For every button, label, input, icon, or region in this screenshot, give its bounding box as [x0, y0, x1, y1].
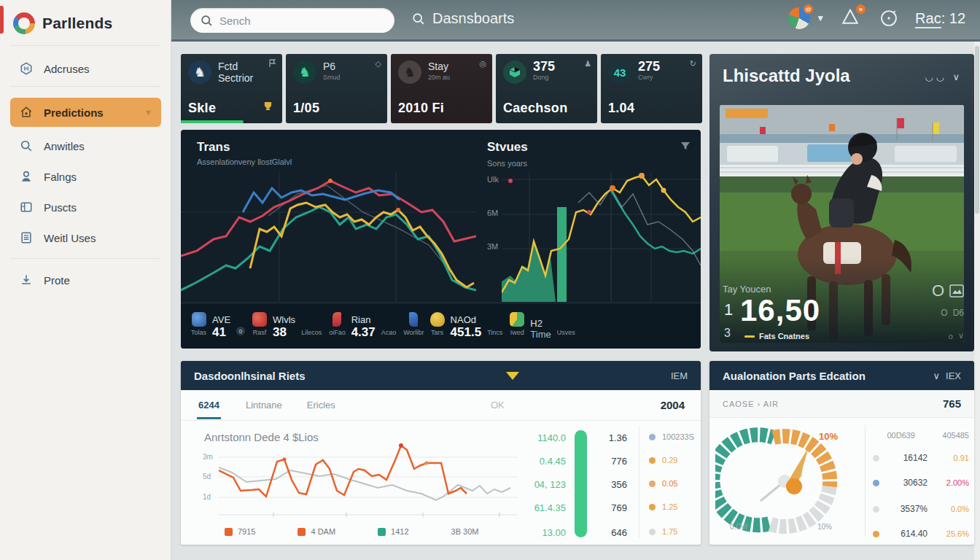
divider: [10, 86, 160, 87]
race-counter[interactable]: Rac: 12: [915, 10, 965, 27]
home-icon: [19, 105, 34, 120]
legend-item[interactable]: 4 DAM: [298, 527, 335, 536]
status-dot: [873, 506, 879, 513]
kpi-strip: Tolas AVE 41 0 Rasf Wlvls 38 Lilecos oiF…: [181, 303, 701, 349]
filter-icon[interactable]: [680, 140, 691, 153]
kpi-sublabel: Tincs: [487, 329, 502, 336]
sidebar-item-falngs[interactable]: Falngs: [10, 163, 161, 190]
dashboards-nav[interactable]: Dasnsboarts: [412, 10, 514, 27]
results-header-right: IEM: [671, 370, 688, 381]
status-dot: [649, 434, 656, 440]
horse-icon: ♞: [188, 61, 211, 84]
sidebar-item-weitl-uses[interactable]: Weitl Uses: [10, 225, 161, 251]
kpi-naod[interactable]: Worlibr Tars NAOd 451.5 Tincs: [403, 312, 502, 340]
stvues-chart-title: Stvues: [487, 140, 528, 155]
analysis-row[interactable]: 16142 0.91: [873, 453, 969, 463]
legend-swatch: [378, 528, 386, 536]
flag-icon[interactable]: [269, 59, 276, 69]
analysis-subheader: CAOSE › AIR 765: [709, 390, 974, 418]
dark-value: 1.36: [598, 432, 627, 443]
dropdown-triangle-icon[interactable]: [506, 372, 519, 380]
media-control-d6[interactable]: O D6: [941, 308, 964, 318]
results-panel-header[interactable]: Dasdoonlhsinal Riets IEM: [181, 361, 701, 390]
target-icon[interactable]: ◎: [479, 59, 486, 69]
search-input[interactable]: [219, 15, 365, 27]
sidebar-item-puscts[interactable]: Puscts: [10, 194, 161, 220]
user-icon: [19, 169, 34, 184]
sidebar-item-label: Prote: [44, 274, 70, 287]
side-label: D6: [953, 308, 964, 318]
dot-row: 1.25: [649, 502, 677, 511]
kpi-icon: [252, 312, 267, 327]
results-panel-title: Dasdoonlhsinal Riets: [194, 370, 306, 382]
legend-item[interactable]: 1412: [378, 527, 408, 536]
sidebar-item-predictions[interactable]: Predictions ▼: [10, 98, 161, 127]
search-box[interactable]: [190, 8, 394, 33]
diamond-icon[interactable]: ◇: [376, 59, 381, 69]
dot-value: 1.75: [662, 527, 677, 536]
refresh-icon[interactable]: ↻: [690, 59, 696, 69]
alerts-button[interactable]: ѳ: [841, 7, 863, 29]
chevron-down-icon[interactable]: ∨: [933, 370, 941, 381]
analysis-panel-header[interactable]: Aualonation Parts Edcation ∨IEX: [709, 361, 974, 390]
analysis-row[interactable]: 614.40 25.6%: [873, 529, 969, 539]
analysis-table-header: 00D639 405485: [873, 431, 969, 440]
stat-card-275[interactable]: 43 275 Cwry ↻ 1.04: [601, 54, 702, 123]
clock-icon[interactable]: [879, 8, 899, 28]
tab-lintnane[interactable]: Lintnane: [246, 400, 282, 411]
card-value: Skle: [188, 101, 216, 116]
hand-icon: ♞: [398, 61, 421, 84]
analysis-row[interactable]: 30632 2.00%: [873, 478, 969, 488]
sidebar-item-adcruses[interactable]: Adcruses: [10, 55, 161, 82]
kpi-icon: [430, 312, 445, 327]
divider: [10, 258, 160, 259]
cube-icon: [503, 61, 526, 84]
card-title: P6: [323, 61, 341, 72]
green-value: 1140.0: [515, 432, 566, 443]
analysis-panel-title: Aualonation Parts Edcation: [723, 370, 866, 382]
stat-card-p6[interactable]: ♞ P6 Smud ◇ 1/05: [286, 54, 387, 123]
tab-ericles[interactable]: Ericles: [307, 400, 335, 411]
pawn-icon[interactable]: ♟: [584, 59, 591, 69]
row-delta: 25.6%: [946, 529, 969, 538]
collapse-chevrons-icon[interactable]: ◡◡ ∨: [925, 71, 962, 82]
analysis-row[interactable]: 3537% 0.0%: [873, 504, 969, 514]
kpi-label: Iwed: [510, 329, 524, 336]
app-logo[interactable]: Parllends: [13, 12, 112, 34]
kpi-icon: [409, 312, 418, 327]
numeric-icon: 43: [608, 61, 631, 84]
gauge-top-label: 10%: [819, 431, 838, 442]
tab-ok[interactable]: OK: [491, 400, 505, 411]
race-counter-value: : 12: [941, 10, 965, 26]
card-subtitle: 20m au: [428, 74, 450, 81]
stat-card-stay[interactable]: ♞ Stay 20m au ◎ 2010 Fi: [391, 54, 492, 123]
row-delta: 0.0%: [951, 505, 969, 513]
sidebar-item-label: Predictions: [44, 106, 104, 119]
kpi-rian[interactable]: oiFao Rian 4.37 Acao: [329, 312, 396, 340]
sidebar-item-prote[interactable]: Prote: [10, 267, 161, 293]
sidebar-item-label: Anwitles: [44, 140, 85, 152]
stat-card-caechson[interactable]: 375 Dong ♟ Caechson: [496, 54, 597, 123]
stvues-y-label-top: Ulk: [487, 175, 499, 184]
media-control[interactable]: O: [932, 281, 964, 300]
kpi-label: Rasf: [253, 329, 267, 336]
avatar-badge: @: [804, 4, 813, 14]
scrollbar-thumb[interactable]: [975, 46, 979, 214]
stat-card-field-sector[interactable]: ♞ Fctd Sectrior Skle: [181, 54, 282, 123]
header-right: 405485: [942, 431, 969, 440]
card-subtitle: Cwry: [638, 74, 660, 81]
legend-item[interactable]: 7915: [225, 527, 255, 536]
gauge-min-label: 0.Ovf: [730, 523, 747, 531]
kpi-ave[interactable]: Tolas AVE 41 0: [191, 312, 245, 340]
dark-value: 769: [598, 502, 627, 513]
dark-value: 776: [598, 456, 627, 467]
tab-6244[interactable]: 6244: [197, 392, 221, 419]
kpi-h2[interactable]: Iwed H2 Time Usves: [510, 312, 575, 340]
kpi-wlvls[interactable]: Rasf Wlvls 38 Lilecos: [252, 312, 322, 340]
chevron-down-icon: ∨: [958, 331, 964, 341]
account-menu[interactable]: @ ▼: [788, 7, 825, 29]
sidebar-item-anwitles[interactable]: Anwitles: [10, 133, 161, 159]
legend-item[interactable]: 3B 30M: [451, 527, 479, 536]
media-control-expand[interactable]: o ∨: [949, 331, 964, 341]
page-scrollbar[interactable]: [974, 42, 980, 560]
